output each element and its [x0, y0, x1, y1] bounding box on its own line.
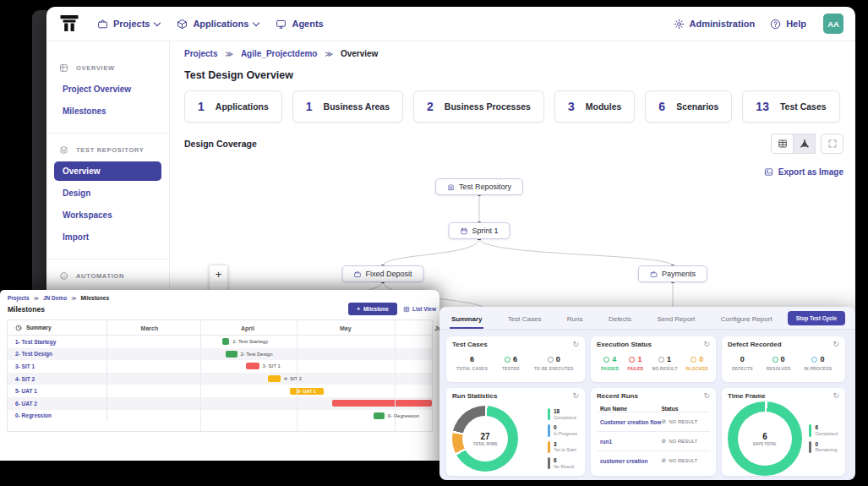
run-status: ⊘NO RESULT	[661, 457, 707, 464]
refresh-icon[interactable]: ↻	[703, 340, 710, 348]
fullscreen-button[interactable]	[821, 134, 843, 154]
breadcrumb-separator: ≫	[225, 50, 232, 58]
breadcrumb-item-jn-demo[interactable]: JN Demo	[43, 295, 67, 301]
milestone-link-1-test-startegy[interactable]: 1- Test Startegy	[8, 336, 107, 348]
tree-node-sprint-1[interactable]: Sprint 1	[448, 222, 510, 239]
nav-item-help[interactable]: Help	[770, 19, 806, 30]
image-icon	[764, 167, 773, 177]
breadcrumb-item-projects[interactable]: Projects	[8, 295, 30, 301]
sidebar-item-overview[interactable]: Overview	[54, 161, 161, 181]
execution-status-card: Execution Status↻4PASSED1FAILED1NO RESUL…	[591, 336, 716, 382]
tree-node-payments[interactable]: Payments	[638, 265, 707, 282]
stop-test-cycle-button[interactable]: Stop Test Cycle	[788, 311, 845, 325]
run-name-link[interactable]: Customer creation flow	[600, 419, 661, 425]
tab-defects[interactable]: Defects	[607, 308, 633, 329]
gantt-bar-6-uat-2[interactable]	[332, 400, 432, 407]
stat-to-be-executed: 0TO BE EXECUTED	[534, 355, 574, 371]
gantt-bar-0-regression[interactable]	[374, 412, 385, 419]
run-name-link[interactable]: customer creation	[600, 458, 661, 464]
stat-label: Test Cases	[780, 101, 827, 112]
tree-edge	[383, 238, 479, 266]
tab-test-cases[interactable]: Test Cases	[506, 308, 543, 329]
breadcrumb-item-projects[interactable]: Projects	[184, 49, 217, 58]
tree-node-fixed-deposit[interactable]: Fixed Deposit	[341, 265, 423, 282]
milestone-link-6-uat-2[interactable]: 6- UAT 2	[8, 397, 107, 410]
stat-top: 1	[629, 355, 641, 363]
refresh-icon[interactable]: ↻	[833, 340, 839, 348]
gantt-timeline-cell: 5- UAT 1	[107, 385, 432, 397]
gantt-row-5-uat-1: 5- UAT 15- UAT 1	[8, 385, 432, 397]
donut-legend: 6Completed0Remaining	[809, 424, 839, 453]
gantt-row-1-test-startegy: 1- Test Startegy1- Test Startegy	[8, 336, 432, 348]
stat-value: 1	[306, 100, 313, 113]
legend-value: 18	[554, 408, 576, 415]
table-view-button[interactable]	[771, 134, 794, 154]
legend-value: 3	[554, 441, 576, 448]
refresh-icon[interactable]: ↻	[572, 340, 579, 348]
breadcrumb-item-overview: Overview	[341, 49, 378, 58]
sidebar-divider	[46, 133, 169, 134]
tree-view-icon	[800, 139, 810, 149]
sidebar-item-workspaces[interactable]: Workspaces	[54, 205, 161, 225]
gantt-bar-5-uat-1[interactable]: 5- UAT 1	[290, 388, 324, 395]
gantt-summary-header: Summary	[8, 320, 107, 335]
sidebar-item-design[interactable]: Design	[54, 183, 161, 203]
tree-node-test-repository[interactable]: Test Repository	[435, 178, 523, 195]
gantt-bar-label: 5- UAT 1	[298, 389, 316, 394]
stat-card-applications: 1Applications	[184, 90, 282, 123]
stat-top: 4	[603, 355, 616, 363]
legend-item-remaining: 0Remaining	[809, 441, 838, 453]
nav-item-projects[interactable]: Projects	[97, 19, 160, 30]
breadcrumb-item-agile-projectdemo[interactable]: Agile_Projectdemo	[241, 49, 318, 58]
tab-configure-report[interactable]: Configure Report	[719, 308, 774, 329]
legend-value: 0	[815, 441, 837, 448]
app-logo[interactable]	[58, 14, 80, 33]
nav-item-applications[interactable]: Applications	[177, 19, 259, 30]
refresh-icon[interactable]: ↻	[833, 391, 839, 400]
milestone-link-2-test-design[interactable]: 2- Test Design	[8, 348, 107, 361]
refresh-icon[interactable]: ↻	[572, 391, 579, 400]
gantt-bar-3-sit-1[interactable]	[246, 363, 259, 369]
user-avatar[interactable]: AA	[823, 14, 843, 34]
nav-left: ProjectsApplicationsAgents	[97, 19, 324, 30]
list-view-button[interactable]: List View	[403, 306, 436, 313]
gantt-timeline-cell: 2- Test Design	[107, 348, 432, 361]
sidebar-item-milestones[interactable]: Milestones	[54, 101, 161, 121]
milestones-gantt: SummaryMarchAprilMayJune1- Test Startegy…	[7, 319, 433, 432]
run-name-link[interactable]: run1	[600, 439, 661, 445]
stat-value: 0	[556, 355, 560, 363]
time-frame-card: Time Frame↻6DAYS TOTAL6Completed0Remaini…	[722, 388, 845, 476]
card-title: Time Frame	[728, 392, 839, 400]
tree-view-button[interactable]	[794, 134, 816, 154]
card-title: Run Statistics	[452, 392, 579, 400]
add-milestone-button[interactable]: + Milestone	[348, 303, 397, 315]
sidebar-item-import[interactable]: Import	[54, 227, 161, 247]
donut-center: 27TOTAL RUNS	[452, 406, 518, 472]
tab-runs[interactable]: Runs	[565, 308, 585, 329]
tab-summary[interactable]: Summary	[450, 308, 483, 329]
refresh-icon[interactable]: ↻	[703, 391, 710, 400]
zoom-in-button[interactable]: +	[210, 265, 227, 283]
gantt-bar-4-sit-2[interactable]	[268, 375, 281, 382]
nav-item-agents[interactable]: Agents	[276, 19, 323, 30]
gantt-months: MarchAprilMayJune	[107, 320, 432, 335]
sidebar-item-project-overview[interactable]: Project Overview	[54, 79, 161, 99]
milestone-link-3-sit-1[interactable]: 3- SIT 1	[8, 360, 107, 373]
export-as-image-button[interactable]: Export as Image	[764, 167, 843, 177]
milestone-link-5-uat-1[interactable]: 5- UAT 1	[8, 385, 107, 397]
gantt-bar-label: 1- Test Startegy	[232, 339, 268, 344]
run-statistics-card: Run Statistics↻27TOTAL RUNS18Completed0I…	[446, 388, 585, 476]
card-title: Test Cases	[452, 341, 579, 348]
column-status: Status	[661, 406, 707, 412]
tab-send-report[interactable]: Send Report	[655, 308, 696, 329]
gantt-bar-1-test-startegy[interactable]	[222, 338, 229, 345]
nav-item-administration[interactable]: Administration	[674, 19, 756, 30]
bot-icon	[59, 271, 68, 281]
donut-chart-time-frame: 6DAYS TOTAL	[728, 401, 802, 476]
briefcase-icon	[97, 19, 108, 30]
milestone-link-0-regression[interactable]: 0- Regression	[8, 410, 107, 423]
milestone-link-4-sit-2[interactable]: 4- SIT 2	[8, 373, 107, 385]
gantt-bar-2-test-design[interactable]	[226, 351, 237, 358]
stat-value: 4	[612, 355, 616, 363]
gantt-row-4-sit-2: 4- SIT 24- SIT 2	[8, 373, 432, 385]
